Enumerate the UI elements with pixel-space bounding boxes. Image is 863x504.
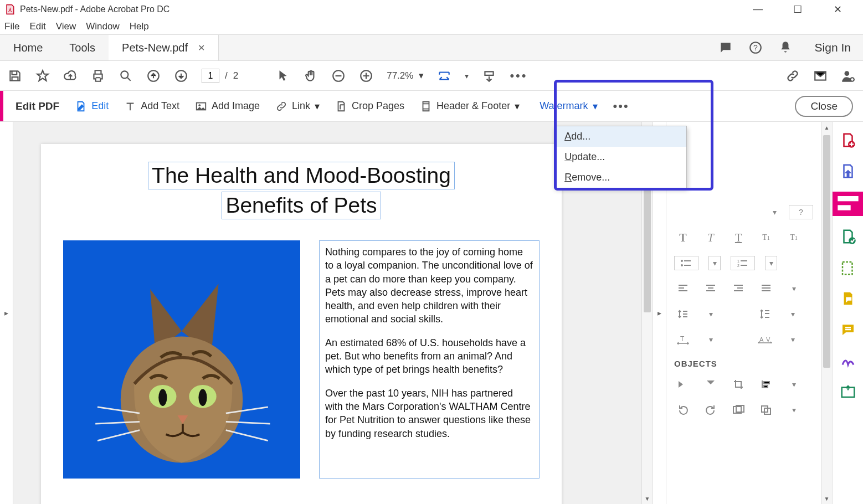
align-dropdown[interactable]: ▾ [785, 281, 803, 296]
link-tool[interactable]: Link ▾ [275, 100, 320, 112]
bell-icon[interactable] [778, 40, 793, 55]
char-spacing-dropdown[interactable]: ▾ [784, 332, 802, 347]
reading-mode-icon[interactable] [482, 69, 496, 83]
help-format-icon[interactable]: ? [789, 205, 813, 219]
superscript-icon[interactable]: T1 [757, 230, 775, 245]
watermark-update-item[interactable]: Update... [554, 147, 686, 167]
bullet-list-icon[interactable] [674, 256, 698, 270]
close-window-button[interactable]: ✕ [826, 3, 849, 16]
menu-view[interactable]: View [56, 21, 76, 32]
scroll-down-icon[interactable]: ▼ [642, 493, 653, 504]
bold-icon[interactable]: T [674, 230, 692, 245]
align-objects-dropdown[interactable]: ▾ [785, 377, 803, 392]
align-right-icon[interactable] [730, 281, 747, 296]
format-panel-scrollbar[interactable]: ▲ ▼ [821, 122, 832, 504]
char-spacing-icon[interactable]: AV [756, 332, 774, 347]
tab-close-icon[interactable]: ✕ [198, 43, 205, 53]
chevron-down-icon[interactable]: ▾ [465, 71, 469, 80]
numbered-list-icon[interactable]: 12 [731, 256, 755, 270]
doc-title-line1[interactable]: The Health and Mood-Boosting [148, 162, 455, 189]
maximize-button[interactable]: ☐ [787, 3, 809, 16]
tab-home[interactable]: Home [0, 35, 56, 60]
tab-document[interactable]: Pets-New.pdf ✕ [109, 35, 219, 60]
share-people-icon[interactable] [841, 69, 855, 83]
menu-edit[interactable]: Edit [29, 21, 45, 32]
cloud-upload-icon[interactable] [63, 69, 78, 83]
more-tools-icon[interactable]: ••• [510, 69, 527, 83]
scroll-down-icon[interactable]: ▼ [821, 493, 832, 504]
sticky-note-icon[interactable] [840, 321, 856, 338]
line-spacing-icon[interactable] [674, 307, 692, 321]
combine-pdf-icon[interactable] [840, 228, 856, 245]
pointer-icon[interactable] [276, 69, 290, 83]
organize-pages-icon[interactable] [840, 259, 856, 276]
more-edit-tools-icon[interactable]: ••• [613, 99, 629, 114]
star-icon[interactable] [35, 69, 50, 83]
flip-vertical-icon[interactable] [702, 377, 720, 392]
signin-button[interactable]: Sign In [803, 35, 863, 60]
menu-help[interactable]: Help [130, 21, 149, 32]
watermark-tool[interactable]: Watermark ▾ Add... Update... Remove... [535, 100, 597, 112]
chevron-down-icon[interactable]: ▾ [766, 205, 783, 219]
edit-pdf-rail-icon[interactable] [833, 192, 864, 216]
save-icon[interactable] [8, 69, 22, 83]
align-center-icon[interactable] [702, 281, 720, 296]
horizontal-scale-icon[interactable]: T [674, 332, 692, 347]
minimize-button[interactable]: — [747, 3, 769, 16]
email-icon[interactable] [813, 69, 828, 83]
add-text-tool[interactable]: Add Text [124, 100, 179, 112]
header-footer-tool[interactable]: Header & Footer ▾ [420, 100, 520, 112]
close-editpdf-button[interactable]: Close [795, 96, 853, 117]
hscale-dropdown[interactable]: ▾ [702, 332, 720, 347]
doc-text-frame[interactable]: Nothing compares to the joy of coming ho… [319, 240, 540, 479]
zoom-out-icon[interactable] [331, 69, 346, 83]
zoom-in-icon[interactable] [359, 69, 373, 83]
subscript-icon[interactable]: T1 [785, 230, 803, 245]
create-pdf-icon[interactable] [840, 132, 856, 148]
menu-file[interactable]: File [4, 21, 19, 32]
cat-image[interactable] [63, 240, 300, 479]
print-icon[interactable] [91, 69, 105, 83]
fit-width-icon[interactable] [437, 69, 451, 83]
align-objects-icon[interactable] [757, 377, 775, 392]
watermark-remove-item[interactable]: Remove... [554, 167, 686, 188]
flip-horizontal-icon[interactable] [674, 377, 692, 392]
help-icon[interactable]: ? [748, 40, 763, 55]
menu-window[interactable]: Window [86, 21, 119, 32]
zoom-dropdown[interactable]: 77.2% ▾ [387, 70, 424, 81]
crop-pages-tool[interactable]: Crop Pages [335, 100, 404, 112]
rotate-ccw-icon[interactable] [674, 403, 692, 417]
underline-icon[interactable]: T [730, 230, 747, 245]
replace-image-icon[interactable] [730, 403, 747, 417]
italic-icon[interactable]: T [702, 230, 720, 245]
scroll-up-icon[interactable]: ▲ [821, 122, 832, 133]
paragraph-spacing-icon[interactable] [756, 307, 774, 321]
crop-icon[interactable] [730, 377, 747, 392]
arrange-icon[interactable] [757, 403, 775, 417]
comments-icon[interactable] [718, 40, 733, 55]
search-icon[interactable] [119, 69, 133, 83]
add-image-tool[interactable]: Add Image [195, 100, 260, 112]
paragraph-spacing-dropdown[interactable]: ▾ [784, 307, 802, 321]
align-left-icon[interactable] [674, 281, 692, 296]
document-area[interactable]: The Health and Mood-Boosting Benefits of… [13, 122, 641, 504]
rotate-cw-icon[interactable] [702, 403, 720, 417]
arrange-dropdown[interactable]: ▾ [785, 403, 803, 417]
line-spacing-dropdown[interactable]: ▾ [702, 307, 720, 321]
list-style-dropdown[interactable]: ▾ [708, 256, 721, 270]
page-up-icon[interactable] [146, 69, 161, 83]
align-justify-icon[interactable] [757, 281, 775, 296]
doc-title-line2[interactable]: Benefits of Pets [222, 192, 381, 219]
fill-sign-icon[interactable] [840, 352, 856, 369]
left-nav-toggle[interactable]: ▸ [0, 122, 13, 504]
tab-tools[interactable]: Tools [56, 35, 109, 60]
more-tools-rail-icon[interactable] [840, 383, 856, 400]
page-down-icon[interactable] [174, 69, 188, 83]
edit-tool[interactable]: Edit [75, 100, 109, 112]
share-link-icon[interactable] [785, 69, 800, 83]
scroll-thumb[interactable] [823, 135, 830, 368]
comment-pdf-icon[interactable] [840, 290, 856, 307]
export-pdf-icon[interactable] [840, 163, 856, 179]
numbered-style-dropdown[interactable]: ▾ [765, 256, 777, 270]
hand-icon[interactable] [304, 69, 318, 83]
